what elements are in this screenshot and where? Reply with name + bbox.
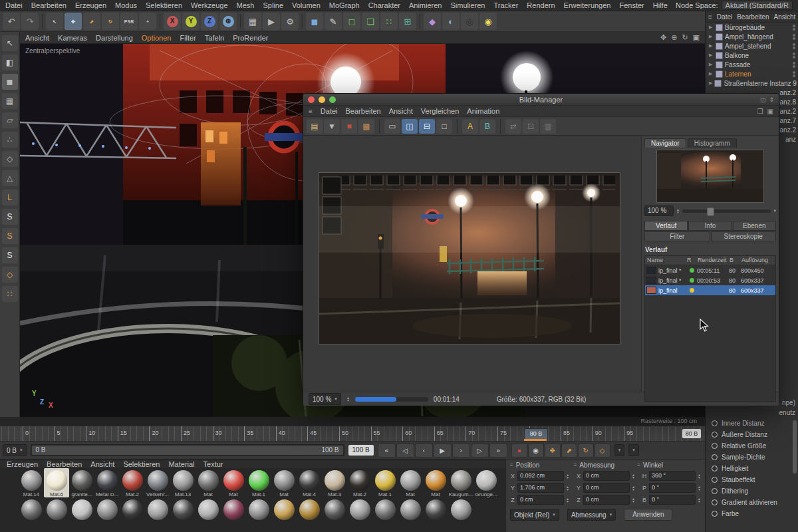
menu-icon[interactable]: ≡ — [510, 462, 513, 468]
rendered-image[interactable] — [319, 172, 620, 344]
keyframe-ring-icon[interactable] — [712, 466, 718, 471]
menu-item[interactable]: Selektieren — [146, 1, 182, 9]
menu-icon[interactable]: ≡ — [708, 13, 712, 21]
sidebar-tab[interactable]: Ebenen — [733, 221, 776, 231]
snap-2d-icon[interactable]: S — [2, 247, 18, 263]
attribute-row[interactable]: Innere Distanz — [706, 418, 798, 429]
window-menu-item[interactable]: Datei — [321, 107, 338, 115]
goto-end-icon[interactable]: » — [489, 444, 507, 458]
set-b-icon[interactable]: B — [479, 119, 495, 134]
attribute-row[interactable]: Dithering — [706, 485, 798, 497]
prev-frame-icon[interactable]: ‹ — [415, 444, 433, 458]
select-arrow-icon[interactable]: ↖ — [2, 35, 18, 51]
swap-ab-icon[interactable]: ⇄ — [505, 119, 521, 134]
expand-arrow-icon[interactable]: ▶ — [709, 71, 714, 76]
keyframe-ring-icon[interactable] — [712, 477, 718, 483]
object-manager-menu-item[interactable]: Datei — [717, 13, 732, 21]
field-icon[interactable]: ⊞ — [399, 13, 416, 30]
material-item[interactable]: Grunge... — [473, 468, 499, 497]
material-item[interactable]: Verkehr... — [145, 468, 170, 497]
viewport-menu-item[interactable]: Filter — [180, 34, 196, 42]
stepper-icon[interactable]: ▲▼ — [566, 473, 569, 479]
menu-item[interactable]: Tracker — [493, 1, 518, 9]
material-item[interactable] — [196, 497, 221, 520]
preview-zoom-select[interactable]: 100 %▾ — [309, 393, 341, 405]
material-menu-item[interactable]: Textur — [203, 460, 223, 468]
deformer-icon[interactable]: ◆ — [424, 13, 441, 30]
material-item[interactable] — [398, 497, 423, 520]
window-menu-item[interactable]: Bearbeiten — [346, 107, 381, 115]
navigator-thumbnail[interactable] — [656, 150, 764, 203]
menu-item[interactable]: Fenster — [619, 1, 644, 9]
coordinate-input[interactable]: 0 cm — [517, 495, 564, 505]
viewport-menu-item[interactable]: Optionen — [142, 34, 172, 42]
material-item[interactable] — [19, 497, 44, 520]
subdivision-surface-icon[interactable]: ◻ — [343, 13, 360, 30]
set-a-icon[interactable]: A — [462, 119, 478, 134]
node-space-select[interactable]: Aktuell (Standard/R — [722, 1, 793, 10]
keyframe-ring-icon[interactable] — [712, 454, 718, 460]
x-axis-lock-icon[interactable]: X — [164, 13, 181, 30]
material-item[interactable]: Kaugum... — [448, 468, 473, 497]
scale-tool-icon[interactable]: ⬈ — [83, 13, 100, 30]
render-again-icon[interactable]: ■ — [341, 119, 357, 134]
viewport-menu-item[interactable]: Tafeln — [205, 34, 224, 42]
stepper-icon[interactable]: ▲▼ — [632, 497, 635, 503]
link-views-icon[interactable]: ⊡ — [523, 119, 539, 134]
attribute-row[interactable]: Farbe — [706, 508, 798, 519]
keyframe-ring-icon[interactable] — [712, 432, 718, 438]
menu-item[interactable]: Rendern — [527, 1, 555, 9]
start-frame-select[interactable]: 0 B▾ — [3, 444, 27, 456]
material-item[interactable]: Mat.2 — [120, 468, 145, 497]
expand-arrow-icon[interactable]: ▶ — [709, 53, 714, 58]
maximize-icon[interactable] — [329, 96, 336, 103]
coordinate-input[interactable]: 0 cm — [583, 495, 630, 505]
ip_final *[interactable]: ip_final * 00:05:11 80 800x450 — [645, 265, 775, 275]
apply-button[interactable]: Anwenden — [624, 509, 672, 521]
spline-pen-icon[interactable]: ✎ — [325, 13, 342, 30]
expand-arrow-icon[interactable]: ▶ — [709, 25, 714, 30]
compare-horizontal-icon[interactable]: ◫ — [402, 119, 418, 134]
redo-icon[interactable]: ↷ — [21, 13, 39, 30]
menu-item[interactable]: Modus — [115, 1, 137, 9]
material-item[interactable] — [170, 497, 196, 520]
material-item[interactable]: Mat.13 — [170, 468, 196, 497]
expand-arrow-icon[interactable]: ▶ — [709, 34, 714, 39]
workplane-snap-icon[interactable]: ∷ — [2, 286, 18, 302]
stepper-icon[interactable]: ▲▼ — [698, 485, 701, 491]
material-item[interactable]: Mat — [196, 468, 221, 497]
multipass-icon[interactable]: ▩ — [358, 119, 374, 134]
stepper-icon[interactable]: ▲▼ — [346, 396, 350, 402]
pan-view-icon[interactable]: ✥ — [660, 33, 666, 42]
zoom-slider[interactable] — [355, 397, 428, 402]
environment-icon[interactable]: ◐ — [442, 13, 460, 30]
polygons-mode-icon[interactable]: △ — [2, 170, 18, 186]
render-preview-area[interactable] — [303, 136, 641, 392]
toggle-views-icon[interactable]: ▣ — [693, 33, 700, 42]
material-item[interactable] — [44, 497, 69, 520]
navigator-tab[interactable]: Navigator — [644, 138, 686, 148]
timeline-range-slider[interactable]: 0 B 100 B — [31, 444, 344, 456]
menu-item[interactable]: Animieren — [409, 1, 442, 9]
coordinate-input[interactable]: 0.092 cm — [517, 471, 564, 481]
next-frame-icon[interactable]: › — [452, 444, 470, 458]
material-item[interactable]: Mat.1 — [372, 468, 398, 497]
timeline-ruler[interactable]: 05101520253035404550556065707580859095 8… — [0, 426, 705, 441]
object-manager-menu-item[interactable]: Ansicht — [774, 13, 796, 21]
solo-select[interactable]: ▾ — [628, 444, 639, 456]
object-tree-row[interactable]: ▶ Bürogebäude — [706, 23, 798, 32]
visibility-dots-icon[interactable] — [793, 34, 798, 40]
goto-start-icon[interactable]: « — [378, 444, 396, 458]
visibility-dots-icon[interactable] — [793, 43, 798, 49]
object-tree-row[interactable]: ▶ Laternen — [706, 69, 798, 78]
menu-icon[interactable]: ≡ — [574, 462, 577, 468]
edges-mode-icon[interactable]: ◇ — [2, 151, 18, 167]
make-editable-icon[interactable]: ◧ — [2, 55, 18, 70]
navigator-tab[interactable]: Histogramm — [688, 138, 737, 148]
menu-item[interactable]: Simulieren — [451, 1, 485, 9]
menu-item[interactable]: Charakter — [368, 1, 400, 9]
stepper-icon[interactable]: ▲▼ — [676, 208, 680, 213]
texture-mode-icon[interactable]: ▦ — [2, 93, 18, 109]
material-menu-item[interactable]: Erzeugen — [7, 460, 38, 468]
material-menu-item[interactable]: Ansicht — [90, 460, 114, 468]
